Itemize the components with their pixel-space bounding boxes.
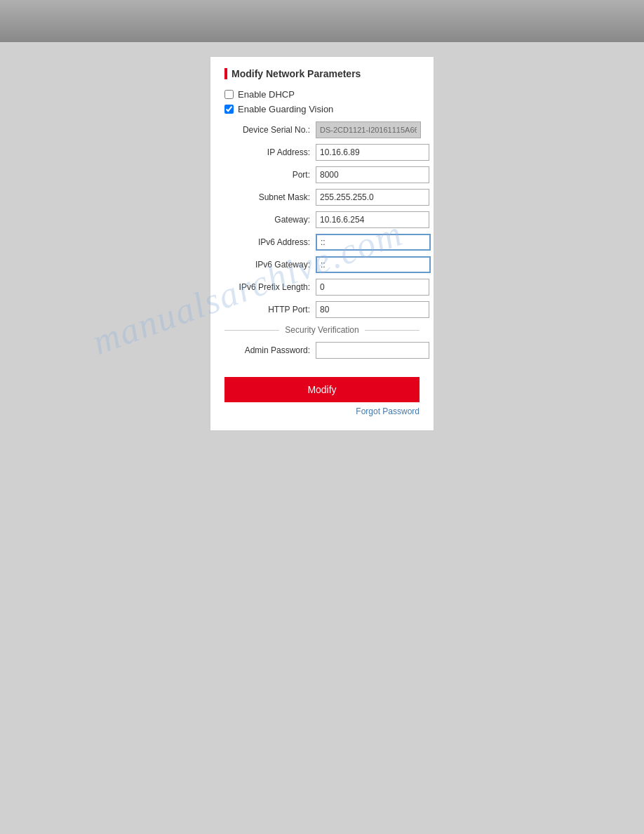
ip-address-row: IP Address: (224, 144, 420, 161)
device-serial-label: Device Serial No.: (224, 125, 316, 135)
ipv6-address-label: IPv6 Address: (224, 237, 316, 247)
subnet-mask-input[interactable] (316, 189, 429, 206)
page-container: Modify Network Parameters Enable DHCP En… (0, 42, 644, 431)
device-serial-input[interactable] (316, 121, 421, 138)
panel-title-text: Modify Network Parameters (232, 68, 361, 79)
security-section: Security Verification Admin Password: (224, 325, 420, 359)
security-divider: Security Verification (224, 325, 420, 335)
enable-dhcp-row: Enable DHCP (224, 89, 420, 100)
device-serial-row: Device Serial No.: (224, 121, 420, 138)
ipv6-prefix-row: IPv6 Prefix Length: (224, 279, 420, 296)
enable-guarding-vision-checkbox[interactable] (224, 105, 234, 114)
forgot-password-link[interactable]: Forgot Password (224, 406, 420, 416)
subnet-mask-label: Subnet Mask: (224, 192, 316, 202)
admin-password-input[interactable] (316, 342, 429, 359)
modify-button[interactable]: Modify (224, 377, 420, 402)
port-label: Port: (224, 170, 316, 180)
ipv6-prefix-label: IPv6 Prefix Length: (224, 282, 316, 292)
http-port-label: HTTP Port: (224, 305, 316, 315)
ip-address-label: IP Address: (224, 147, 316, 157)
security-verification-label: Security Verification (279, 325, 364, 335)
gateway-row: Gateway: (224, 211, 420, 228)
admin-password-row: Admin Password: (224, 342, 420, 359)
form-panel: Modify Network Parameters Enable DHCP En… (210, 56, 434, 431)
enable-dhcp-checkbox[interactable] (224, 90, 234, 99)
port-input[interactable] (316, 166, 429, 183)
ip-address-input[interactable] (316, 144, 429, 161)
ipv6-gateway-input[interactable] (316, 256, 431, 273)
divider-line-right (365, 330, 420, 331)
enable-dhcp-label[interactable]: Enable DHCP (238, 89, 295, 100)
network-fields-section: Device Serial No.: IP Address: Port: Sub… (224, 121, 420, 318)
subnet-mask-row: Subnet Mask: (224, 189, 420, 206)
enable-guarding-vision-row: Enable Guarding Vision (224, 104, 420, 114)
title-accent-bar (224, 68, 227, 79)
port-row: Port: (224, 166, 420, 183)
gateway-label: Gateway: (224, 215, 316, 225)
http-port-input[interactable] (316, 301, 429, 318)
ipv6-address-row: IPv6 Address: (224, 234, 420, 251)
ipv6-prefix-input[interactable] (316, 279, 429, 296)
enable-guarding-vision-label[interactable]: Enable Guarding Vision (238, 104, 333, 114)
divider-line-left (224, 330, 279, 331)
top-bar (0, 0, 644, 42)
ipv6-gateway-row: IPv6 Gateway: (224, 256, 420, 273)
http-port-row: HTTP Port: (224, 301, 420, 318)
panel-title: Modify Network Parameters (224, 68, 420, 79)
gateway-input[interactable] (316, 211, 429, 228)
admin-password-label: Admin Password: (224, 345, 316, 355)
ipv6-address-input[interactable] (316, 234, 431, 251)
ipv6-gateway-label: IPv6 Gateway: (224, 260, 316, 270)
